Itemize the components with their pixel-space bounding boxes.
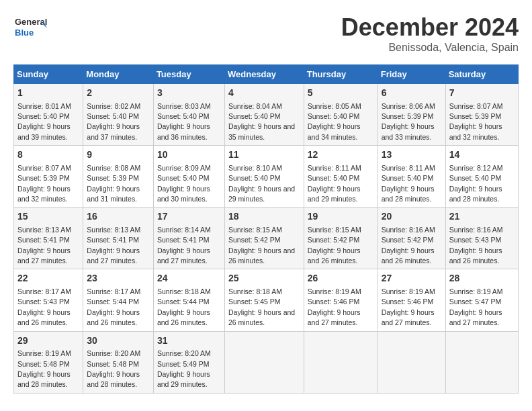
table-cell: 9 Sunrise: 8:08 AMSunset: 5:39 PMDayligh… <box>83 146 154 208</box>
day-info: Sunrise: 8:13 AMSunset: 5:41 PMDaylight:… <box>87 226 140 265</box>
calendar-week-1: 1 Sunrise: 8:01 AMSunset: 5:40 PMDayligh… <box>14 84 519 146</box>
day-number: 4 <box>228 87 300 100</box>
svg-text:General: General <box>15 17 47 27</box>
table-cell: 16 Sunrise: 8:13 AMSunset: 5:41 PMDaylig… <box>83 208 154 269</box>
day-info: Sunrise: 8:05 AMSunset: 5:40 PMDaylight:… <box>308 102 361 141</box>
day-number: 13 <box>382 148 442 162</box>
day-info: Sunrise: 8:12 AMSunset: 5:40 PMDaylight:… <box>449 164 503 203</box>
logo: General Blue <box>13 13 47 44</box>
day-number: 17 <box>157 210 221 224</box>
day-info: Sunrise: 8:07 AMSunset: 5:39 PMDaylight:… <box>449 102 503 141</box>
table-cell: 28 Sunrise: 8:19 AMSunset: 5:47 PMDaylig… <box>445 269 518 331</box>
day-number: 19 <box>308 210 374 224</box>
table-cell: 29 Sunrise: 8:19 AMSunset: 5:48 PMDaylig… <box>14 331 83 393</box>
day-info: Sunrise: 8:03 AMSunset: 5:40 PMDaylight:… <box>157 102 211 141</box>
day-info: Sunrise: 8:11 AMSunset: 5:40 PMDaylight:… <box>308 164 361 203</box>
day-number: 30 <box>87 334 150 348</box>
header: General Blue December 2024 Benissoda, Va… <box>13 13 519 54</box>
table-cell: 20 Sunrise: 8:16 AMSunset: 5:42 PMDaylig… <box>378 208 445 269</box>
col-wednesday: Wednesday <box>224 65 304 84</box>
day-info: Sunrise: 8:18 AMSunset: 5:45 PMDaylight:… <box>228 287 295 326</box>
table-cell <box>445 331 518 393</box>
day-info: Sunrise: 8:04 AMSunset: 5:40 PMDaylight:… <box>228 102 295 141</box>
day-info: Sunrise: 8:19 AMSunset: 5:46 PMDaylight:… <box>382 287 435 326</box>
day-info: Sunrise: 8:02 AMSunset: 5:40 PMDaylight:… <box>87 102 140 141</box>
table-cell: 7 Sunrise: 8:07 AMSunset: 5:39 PMDayligh… <box>445 84 518 146</box>
table-cell: 31 Sunrise: 8:20 AMSunset: 5:49 PMDaylig… <box>153 331 224 393</box>
col-thursday: Thursday <box>304 65 378 84</box>
day-info: Sunrise: 8:17 AMSunset: 5:43 PMDaylight:… <box>17 287 71 326</box>
table-cell: 1 Sunrise: 8:01 AMSunset: 5:40 PMDayligh… <box>14 84 83 146</box>
day-number: 18 <box>228 210 300 224</box>
table-cell: 13 Sunrise: 8:11 AMSunset: 5:40 PMDaylig… <box>378 146 445 208</box>
day-number: 7 <box>449 87 515 100</box>
day-info: Sunrise: 8:20 AMSunset: 5:49 PMDaylight:… <box>157 349 211 388</box>
day-number: 2 <box>87 87 150 100</box>
title-area: December 2024 Benissoda, Valencia, Spain <box>341 13 519 54</box>
page-subtitle: Benissoda, Valencia, Spain <box>341 42 519 54</box>
day-info: Sunrise: 8:06 AMSunset: 5:39 PMDaylight:… <box>382 102 435 141</box>
day-number: 21 <box>449 210 515 224</box>
svg-text:Blue: Blue <box>15 28 34 38</box>
calendar-week-5: 29 Sunrise: 8:19 AMSunset: 5:48 PMDaylig… <box>14 331 519 393</box>
day-number: 22 <box>17 272 79 285</box>
table-cell: 15 Sunrise: 8:13 AMSunset: 5:41 PMDaylig… <box>14 208 83 269</box>
table-cell: 25 Sunrise: 8:18 AMSunset: 5:45 PMDaylig… <box>224 269 304 331</box>
table-cell: 5 Sunrise: 8:05 AMSunset: 5:40 PMDayligh… <box>304 84 378 146</box>
day-info: Sunrise: 8:17 AMSunset: 5:44 PMDaylight:… <box>87 287 140 326</box>
day-number: 15 <box>17 210 79 224</box>
day-number: 16 <box>87 210 150 224</box>
day-number: 10 <box>157 148 221 162</box>
day-number: 11 <box>228 148 300 162</box>
day-info: Sunrise: 8:19 AMSunset: 5:46 PMDaylight:… <box>308 287 361 326</box>
day-number: 1 <box>17 87 79 100</box>
day-info: Sunrise: 8:09 AMSunset: 5:40 PMDaylight:… <box>157 164 211 203</box>
logo-svg: General Blue <box>13 13 47 44</box>
table-cell: 17 Sunrise: 8:14 AMSunset: 5:41 PMDaylig… <box>153 208 224 269</box>
calendar-week-2: 8 Sunrise: 8:07 AMSunset: 5:39 PMDayligh… <box>14 146 519 208</box>
day-info: Sunrise: 8:16 AMSunset: 5:43 PMDaylight:… <box>449 226 503 265</box>
day-number: 28 <box>449 272 515 285</box>
calendar-table: Sunday Monday Tuesday Wednesday Thursday… <box>13 64 519 394</box>
col-sunday: Sunday <box>14 65 83 84</box>
day-number: 27 <box>382 272 442 285</box>
calendar-week-4: 22 Sunrise: 8:17 AMSunset: 5:43 PMDaylig… <box>14 269 519 331</box>
table-cell: 22 Sunrise: 8:17 AMSunset: 5:43 PMDaylig… <box>14 269 83 331</box>
day-number: 5 <box>308 87 374 100</box>
day-info: Sunrise: 8:14 AMSunset: 5:41 PMDaylight:… <box>157 226 211 265</box>
table-cell: 23 Sunrise: 8:17 AMSunset: 5:44 PMDaylig… <box>83 269 154 331</box>
table-cell: 19 Sunrise: 8:15 AMSunset: 5:42 PMDaylig… <box>304 208 378 269</box>
table-cell: 2 Sunrise: 8:02 AMSunset: 5:40 PMDayligh… <box>83 84 154 146</box>
table-cell: 21 Sunrise: 8:16 AMSunset: 5:43 PMDaylig… <box>445 208 518 269</box>
table-cell: 6 Sunrise: 8:06 AMSunset: 5:39 PMDayligh… <box>378 84 445 146</box>
day-info: Sunrise: 8:15 AMSunset: 5:42 PMDaylight:… <box>228 226 295 265</box>
table-cell <box>304 331 378 393</box>
day-info: Sunrise: 8:13 AMSunset: 5:41 PMDaylight:… <box>17 226 71 265</box>
day-number: 31 <box>157 334 221 348</box>
table-cell: 26 Sunrise: 8:19 AMSunset: 5:46 PMDaylig… <box>304 269 378 331</box>
table-cell: 10 Sunrise: 8:09 AMSunset: 5:40 PMDaylig… <box>153 146 224 208</box>
day-info: Sunrise: 8:08 AMSunset: 5:39 PMDaylight:… <box>87 164 140 203</box>
day-info: Sunrise: 8:18 AMSunset: 5:44 PMDaylight:… <box>157 287 211 326</box>
page-title: December 2024 <box>341 13 519 42</box>
table-cell: 11 Sunrise: 8:10 AMSunset: 5:40 PMDaylig… <box>224 146 304 208</box>
day-number: 8 <box>17 148 79 162</box>
day-number: 6 <box>382 87 442 100</box>
day-number: 26 <box>308 272 374 285</box>
day-info: Sunrise: 8:15 AMSunset: 5:42 PMDaylight:… <box>308 226 361 265</box>
col-tuesday: Tuesday <box>153 65 224 84</box>
day-info: Sunrise: 8:19 AMSunset: 5:48 PMDaylight:… <box>17 349 71 388</box>
day-number: 14 <box>449 148 515 162</box>
day-number: 12 <box>308 148 374 162</box>
table-cell: 3 Sunrise: 8:03 AMSunset: 5:40 PMDayligh… <box>153 84 224 146</box>
table-cell: 12 Sunrise: 8:11 AMSunset: 5:40 PMDaylig… <box>304 146 378 208</box>
day-info: Sunrise: 8:10 AMSunset: 5:40 PMDaylight:… <box>228 164 295 203</box>
day-info: Sunrise: 8:19 AMSunset: 5:47 PMDaylight:… <box>449 287 503 326</box>
day-number: 3 <box>157 87 221 100</box>
day-info: Sunrise: 8:20 AMSunset: 5:48 PMDaylight:… <box>87 349 140 388</box>
day-number: 25 <box>228 272 300 285</box>
col-monday: Monday <box>83 65 154 84</box>
calendar-week-3: 15 Sunrise: 8:13 AMSunset: 5:41 PMDaylig… <box>14 208 519 269</box>
table-cell <box>224 331 304 393</box>
day-info: Sunrise: 8:11 AMSunset: 5:40 PMDaylight:… <box>382 164 435 203</box>
